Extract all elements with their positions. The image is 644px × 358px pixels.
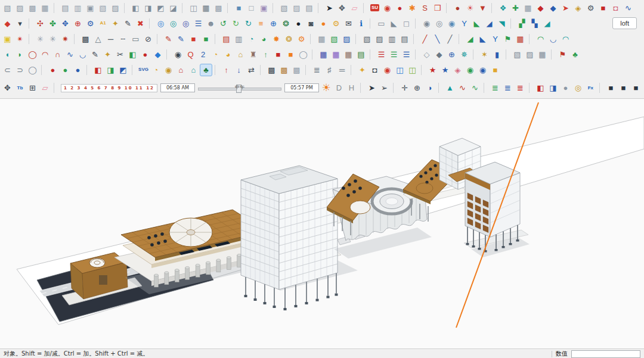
- toolbar-button-cube-green[interactable]: ▧: [328, 33, 340, 45]
- toolbar-button-pin-rose[interactable]: ◈: [451, 64, 464, 76]
- toolbar-button-bump-red[interactable]: ∩: [51, 48, 64, 61]
- toolbar-button-stair-tool[interactable]: ≣: [311, 64, 323, 76]
- toolbar-button-wave-green[interactable]: ∿: [469, 82, 481, 94]
- toolbar-button-ruler-gray[interactable]: ▭: [375, 17, 388, 30]
- toolbar-button-disc-blue[interactable]: ◉: [476, 64, 489, 76]
- toolbar-button-arch-teal[interactable]: ◠: [559, 33, 572, 45]
- toolbar-button-iso-light[interactable]: ◇: [420, 48, 433, 61]
- toolbar-button-drop-red[interactable]: ▼: [476, 2, 489, 14]
- toolbar-button-letter-h[interactable]: H: [345, 82, 358, 94]
- toolbar-button-hatch-c[interactable]: ▥: [386, 33, 398, 45]
- toolbar-button-curve-pencil[interactable]: ✎: [89, 48, 101, 61]
- toolbar-button-tree-circle[interactable]: ❂: [280, 17, 292, 30]
- toolbar-button-chip-rose[interactable]: ◘: [609, 2, 622, 14]
- toolbar-button-diag-red[interactable]: ╱: [419, 33, 431, 45]
- toolbar-button-two-badge[interactable]: 2: [197, 48, 209, 61]
- toolbar-button-angle-gray[interactable]: ◣: [388, 17, 400, 30]
- toolbar-button-export-kit[interactable]: ◆: [1, 17, 14, 30]
- toolbar-button-cube-lime[interactable]: ◫: [406, 64, 419, 76]
- toolbar-button-key-gold[interactable]: ✦: [101, 48, 114, 61]
- toolbar-button-ball-red[interactable]: ●: [139, 48, 151, 61]
- toolbar-button-push-cube[interactable]: ▧: [1, 2, 14, 14]
- toolbar-button-preset-dark-1[interactable]: ■: [605, 82, 617, 94]
- toolbar-button-style-dollar[interactable]: S: [419, 2, 431, 14]
- toolbar-button-panel-dark[interactable]: ▩: [265, 64, 278, 76]
- toolbar-button-pinwheel-green[interactable]: ✤: [47, 17, 59, 30]
- toolbar-button-line-tool[interactable]: ─: [104, 33, 117, 45]
- toolbar-button-cursor-a[interactable]: ➤: [366, 82, 378, 94]
- toolbar-button-wedge-blue[interactable]: ◢: [483, 17, 496, 30]
- toolbar-button-sun-shadows[interactable]: ☀: [320, 82, 333, 94]
- toolbar-button-cube-blue2[interactable]: ◩: [117, 64, 129, 76]
- toolbar-button-star-gold[interactable]: ✶: [478, 48, 491, 61]
- toolbar-button-dash-tool[interactable]: ╌: [117, 33, 129, 45]
- toolbar-button-rect-outline[interactable]: ▭: [129, 33, 142, 45]
- toolbar-button-recycle-lime[interactable]: ↻: [230, 17, 242, 30]
- toolbar-button-layers-red[interactable]: ☰: [375, 48, 388, 61]
- toolbar-button-orange-ball[interactable]: ●: [317, 17, 330, 30]
- toolbar-button-up-green[interactable]: ↑: [259, 48, 272, 61]
- toolbar-button-chip-red[interactable]: ■: [597, 2, 609, 14]
- toolbar-button-preset-dark-3[interactable]: ■: [630, 82, 642, 94]
- toolbar-button-panel-tan[interactable]: ▩: [278, 64, 290, 76]
- toolbar-button-star-crimson[interactable]: ★: [426, 64, 439, 76]
- toolbar-button-table-grid[interactable]: ⊞: [26, 82, 39, 94]
- toolbar-button-stack-red[interactable]: ≣: [514, 82, 527, 94]
- toolbar-button-box3d-red[interactable]: ◧: [534, 82, 547, 94]
- toolbar-button-add-circle[interactable]: ⊕: [267, 17, 280, 30]
- toolbar-button-layers-blue[interactable]: ☰: [400, 48, 413, 61]
- toolbar-button-pull-cube[interactable]: ▨: [14, 2, 26, 14]
- toolbar-button-tri-outline[interactable]: △: [92, 33, 104, 45]
- toolbar-button-gem-red[interactable]: ◆: [534, 2, 547, 14]
- toolbar-button-swap-lr[interactable]: ⇄: [245, 64, 258, 76]
- toolbar-button-globe-grid[interactable]: ◉: [445, 17, 458, 30]
- toolbar-button-diag-gray[interactable]: ╱: [444, 33, 456, 45]
- toolbar-button-grid-red[interactable]: ▦: [514, 33, 527, 45]
- toolbar-button-grad-blue[interactable]: ▚: [528, 17, 541, 30]
- toolbar-button-seg-teal[interactable]: ◖: [1, 48, 14, 61]
- toolbar-button-recycle-green[interactable]: ↺: [217, 17, 230, 30]
- toolbar-button-doc-gray[interactable]: ▥: [233, 33, 245, 45]
- toolbar-button-soft-mesh[interactable]: ▩: [212, 2, 225, 14]
- toolbar-button-star-azure[interactable]: ★: [439, 64, 451, 76]
- toolbar-button-y-blue[interactable]: Y: [489, 33, 501, 45]
- toolbar-button-wrap-cube[interactable]: ▧: [97, 2, 109, 14]
- toolbar-button-pencil-red[interactable]: ✎: [162, 33, 175, 45]
- toolbar-button-profile-user[interactable]: ☻: [205, 17, 217, 30]
- toolbar-button-face-cube[interactable]: ▤: [59, 2, 72, 14]
- toolbar-button-cursor-b[interactable]: ➢: [378, 82, 391, 94]
- toolbar-button-protractor-blue[interactable]: ◑: [423, 82, 436, 94]
- toolbar-button-crate-brown[interactable]: ▦: [342, 48, 355, 61]
- toolbar-button-pinwheel-blue[interactable]: ✥: [59, 17, 72, 30]
- toolbar-button-arch-blue[interactable]: ◡: [547, 33, 559, 45]
- toolbar-button-pencil-tool[interactable]: ✎: [122, 17, 134, 30]
- toolbar-button-house-teal[interactable]: ⌂: [187, 64, 200, 76]
- toolbar-button-grad-green[interactable]: ▞: [516, 17, 528, 30]
- toolbar-button-gem-azure[interactable]: ◆: [151, 48, 164, 61]
- toolbar-button-grid-cube[interactable]: ▦: [39, 2, 51, 14]
- toolbar-button-solid-union[interactable]: ◧: [129, 2, 142, 14]
- toolbar-button-target-red[interactable]: ⊕: [72, 17, 84, 30]
- measurement-input[interactable]: [571, 350, 640, 358]
- toolbar-button-slope-teal[interactable]: ◢: [541, 17, 553, 30]
- toolbar-button-svg-export[interactable]: SVG: [137, 64, 150, 76]
- toolbar-button-panel-cube[interactable]: ▣: [84, 2, 97, 14]
- toolbar-button-box-red[interactable]: ■: [272, 48, 284, 61]
- toolbar-button-wave-blue[interactable]: ∿: [622, 2, 634, 14]
- toolbar-button-cube-blue[interactable]: ▨: [340, 33, 353, 45]
- toolbar-button-diag-blue[interactable]: ╲: [431, 33, 444, 45]
- toolbar-button-gear-orange[interactable]: ⚙: [295, 33, 308, 45]
- toolbar-button-disc-green[interactable]: ◉: [464, 64, 476, 76]
- toolbar-button-wave-navy[interactable]: ∿: [64, 48, 76, 61]
- toolbar-button-lib-green[interactable]: ✚: [509, 2, 522, 14]
- toolbar-button-cube-steel-b[interactable]: ▨: [524, 48, 536, 61]
- toolbar-button-gear-blue[interactable]: ⚙: [84, 17, 97, 30]
- toolbar-button-refresh-teal[interactable]: ↻: [242, 17, 255, 30]
- toolbar-button-wedge-green[interactable]: ◣: [470, 17, 483, 30]
- toolbar-button-gear-dark[interactable]: ⚙: [584, 2, 597, 14]
- toolbar-button-solid-trim[interactable]: ◩: [154, 2, 167, 14]
- toolbar-button-lib-teal[interactable]: ❖: [497, 2, 509, 14]
- toolbar-button-palette-yellow[interactable]: ▣: [1, 33, 14, 45]
- toolbar-button-ring-solid[interactable]: ◉: [420, 17, 433, 30]
- toolbar-button-slice-cube[interactable]: ▨: [109, 2, 122, 14]
